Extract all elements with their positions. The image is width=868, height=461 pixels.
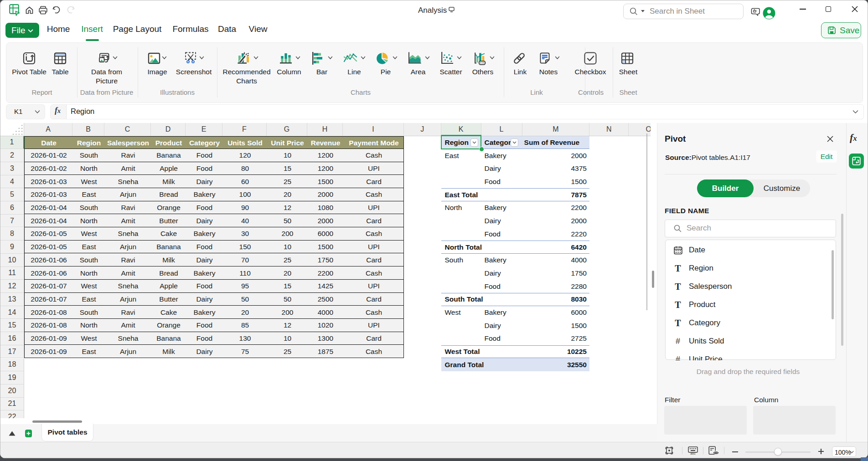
svg-text:abc: abc	[690, 452, 696, 455]
